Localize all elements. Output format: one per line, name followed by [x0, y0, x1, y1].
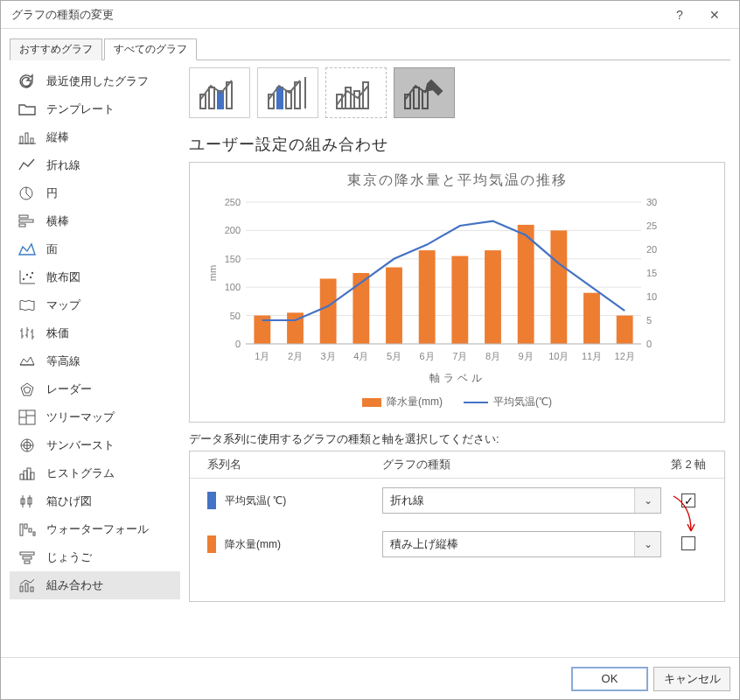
chart-legend: 降水量(mm) 平均気温(℃) — [204, 395, 710, 410]
sidebar-item-combo[interactable]: 組み合わせ — [10, 571, 180, 599]
sidebar-item-histogram[interactable]: ヒストグラム — [10, 459, 180, 487]
chevron-down-icon: ⌄ — [634, 488, 660, 513]
svg-rect-109 — [617, 316, 633, 344]
header-type: グラフの種類 — [382, 457, 661, 472]
funnel-icon — [17, 549, 38, 566]
svg-point-12 — [30, 276, 31, 278]
svg-rect-49 — [25, 584, 28, 592]
sidebar-item-scatter[interactable]: 散布図 — [10, 263, 180, 291]
sidebar-item-waterfall[interactable]: ウォーターフォール — [10, 515, 180, 543]
svg-text:mm: mm — [207, 265, 218, 281]
svg-text:2月: 2月 — [288, 351, 303, 361]
sidebar-item-stock[interactable]: 株価 — [10, 319, 180, 347]
series-row-temp: 平均気温( ℃) 折れ線⌄ — [190, 479, 724, 522]
sidebar-item-label: 折れ線 — [46, 158, 80, 173]
svg-rect-45 — [20, 552, 34, 555]
combo-type-1[interactable] — [189, 67, 250, 118]
svg-text:30: 30 — [646, 199, 657, 207]
svg-text:0: 0 — [646, 339, 652, 349]
svg-rect-99 — [451, 256, 468, 344]
close-button[interactable]: ✕ — [697, 1, 732, 29]
combo-type-3[interactable] — [325, 67, 387, 118]
svg-text:8月: 8月 — [485, 351, 500, 361]
svg-rect-6 — [19, 220, 33, 222]
combo-type-2[interactable] — [257, 67, 318, 118]
tab-all[interactable]: すべてのグラフ — [104, 38, 197, 60]
sidebar-item-label: ヒストグラム — [46, 466, 115, 481]
folder-icon — [17, 101, 38, 118]
series-type-dropdown[interactable]: 折れ線⌄ — [382, 487, 661, 514]
sidebar-item-label: マップ — [46, 298, 80, 313]
combo-type-custom[interactable] — [394, 67, 455, 118]
pie-icon — [17, 185, 38, 202]
svg-text:20: 20 — [646, 244, 657, 255]
sidebar-item-label: 横棒 — [46, 214, 69, 229]
help-button[interactable]: ? — [662, 1, 697, 29]
svg-text:250: 250 — [225, 199, 241, 207]
svg-text:0: 0 — [235, 339, 241, 349]
svg-text:10月: 10月 — [548, 351, 569, 361]
chart-type-sidebar: 最近使用したグラフ テンプレート 縦棒 折れ線 円 横棒 面 散布図 マップ 株… — [10, 67, 180, 657]
svg-rect-35 — [27, 468, 31, 480]
dialog-body: おすすめグラフ すべてのグラフ 最近使用したグラフ テンプレート 縦棒 折れ線 … — [1, 29, 739, 657]
window-title: グラフの種類の変更 — [8, 7, 662, 23]
sidebar-item-template[interactable]: テンプレート — [10, 95, 180, 123]
tab-recommended[interactable]: おすすめグラフ — [10, 38, 102, 60]
axis2-checkbox[interactable] — [681, 536, 695, 550]
svg-text:1月: 1月 — [255, 351, 269, 361]
sidebar-item-label: 箱ひげ図 — [46, 494, 92, 509]
svg-rect-33 — [20, 474, 24, 480]
series-name: 平均気温( ℃) — [225, 494, 286, 508]
svg-rect-97 — [419, 250, 436, 344]
svg-rect-44 — [33, 532, 35, 536]
svg-rect-2 — [31, 138, 33, 144]
svg-rect-65 — [414, 88, 419, 108]
sidebar-item-label: テンプレート — [46, 102, 115, 117]
recent-icon — [17, 73, 38, 90]
histogram-icon — [17, 465, 38, 482]
sidebar-item-line[interactable]: 折れ線 — [10, 151, 180, 179]
map-icon — [17, 297, 38, 314]
sidebar-item-area[interactable]: 面 — [10, 235, 180, 263]
sidebar-item-treemap[interactable]: ツリーマップ — [10, 403, 180, 431]
svg-rect-101 — [485, 250, 501, 344]
chart-preview: 東京の降水量と平均気温の推移 0501001502002500510152025… — [189, 162, 725, 423]
treemap-icon — [17, 409, 38, 426]
sidebar-item-radar[interactable]: レーダー — [10, 375, 180, 403]
sidebar-item-label: 散布図 — [46, 270, 80, 285]
sidebar-item-recent[interactable]: 最近使用したグラフ — [10, 67, 180, 95]
surface-icon — [17, 353, 38, 370]
svg-text:4月: 4月 — [353, 351, 368, 361]
boxwhisker-icon — [17, 493, 38, 510]
line-icon — [17, 157, 38, 174]
svg-point-13 — [31, 272, 33, 274]
sidebar-item-map[interactable]: マップ — [10, 291, 180, 319]
dialog-window: グラフの種類の変更 ? ✕ おすすめグラフ すべてのグラフ 最近使用したグラフ … — [0, 0, 740, 700]
svg-text:50: 50 — [230, 311, 241, 321]
content: 最近使用したグラフ テンプレート 縦棒 折れ線 円 横棒 面 散布図 マップ 株… — [10, 60, 730, 657]
svg-text:12月: 12月 — [615, 351, 635, 361]
radar-icon — [17, 381, 38, 398]
svg-rect-43 — [29, 528, 31, 532]
main-panel: ユーザー設定の組み合わせ 東京の降水量と平均気温の推移 050100150200… — [180, 67, 730, 657]
sidebar-item-boxwhisker[interactable]: 箱ひげ図 — [10, 487, 180, 515]
svg-rect-105 — [550, 230, 567, 344]
svg-rect-56 — [277, 88, 283, 108]
sidebar-item-funnel[interactable]: じょうご — [10, 543, 180, 571]
cancel-button[interactable]: キャンセル — [653, 667, 730, 691]
sidebar-item-pie[interactable]: 円 — [10, 179, 180, 207]
sidebar-item-label: ツリーマップ — [46, 410, 115, 425]
scatter-icon — [17, 269, 38, 286]
ok-button[interactable]: OK — [571, 667, 648, 691]
sidebar-item-bar[interactable]: 横棒 — [10, 207, 180, 235]
series-swatch-icon — [207, 536, 216, 553]
series-type-dropdown[interactable]: 積み上げ縦棒⌄ — [382, 531, 661, 557]
svg-text:5: 5 — [646, 315, 652, 326]
tabs: おすすめグラフ すべてのグラフ — [10, 38, 730, 60]
svg-rect-34 — [24, 471, 27, 480]
sidebar-item-surface[interactable]: 等高線 — [10, 347, 180, 375]
sidebar-item-sunburst[interactable]: サンバースト — [10, 431, 180, 459]
svg-rect-41 — [20, 524, 23, 536]
axis2-checkbox[interactable] — [681, 494, 695, 508]
sidebar-item-column[interactable]: 縦棒 — [10, 123, 180, 151]
